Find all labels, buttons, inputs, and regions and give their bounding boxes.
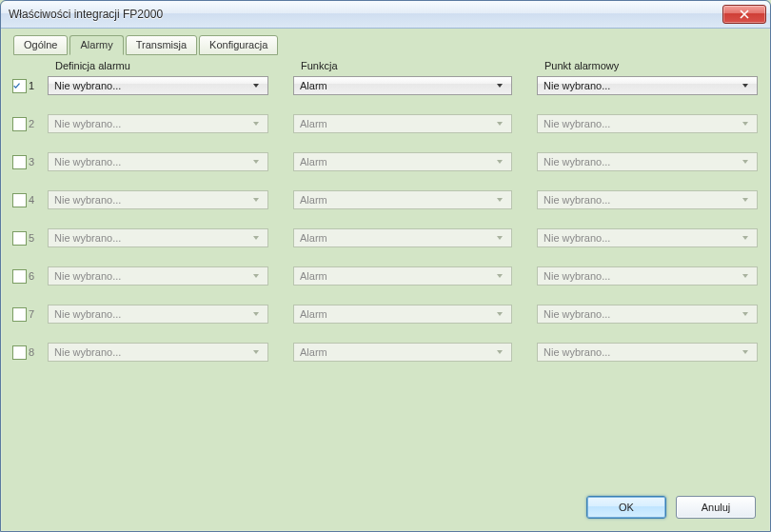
chevron-down-icon (248, 348, 264, 356)
chevron-down-icon (248, 234, 264, 242)
function-combo: Alarm (293, 305, 512, 324)
chevron-down-icon (492, 272, 507, 280)
alarm-row: 3Nie wybrano...AlarmNie wybrano... (10, 151, 761, 172)
chevron-down-icon (492, 234, 507, 242)
tab-transmisja[interactable]: Transmisja (126, 35, 197, 55)
definition-combo-value: Nie wybrano... (54, 308, 248, 320)
row-checkbox[interactable] (12, 231, 27, 246)
header-function: Funkcja (301, 60, 544, 71)
column-headers: Definicja alarmu Funkcja Punkt alarmowy (10, 60, 761, 71)
chevron-down-icon (248, 196, 264, 204)
chevron-down-icon (738, 158, 753, 166)
row-index: 3 (29, 156, 42, 167)
function-combo-value: Alarm (300, 156, 492, 167)
row-checkbox[interactable] (12, 117, 27, 131)
alarm-row: 6Nie wybrano...AlarmNie wybrano... (10, 266, 761, 286)
tab-konfiguracja[interactable]: Konfiguracja (199, 35, 278, 55)
point-combo-value: Nie wybrano... (544, 346, 738, 358)
chevron-down-icon (248, 120, 264, 128)
point-combo-value: Nie wybrano... (544, 156, 738, 167)
chevron-down-icon (248, 272, 264, 280)
cancel-button[interactable]: Anuluj (676, 496, 756, 519)
chevron-down-icon (738, 196, 753, 204)
point-combo: Nie wybrano... (537, 305, 758, 324)
row-checkbox[interactable] (12, 345, 27, 360)
row-index: 2 (29, 118, 42, 129)
chevron-down-icon (738, 234, 753, 242)
alarm-row: 8Nie wybrano...AlarmNie wybrano... (10, 342, 761, 363)
point-combo-value: Nie wybrano... (544, 232, 738, 244)
tab-ogólne[interactable]: Ogólne (13, 35, 68, 55)
definition-combo-value: Nie wybrano... (54, 194, 248, 206)
checkbox-cell (10, 155, 29, 169)
chevron-down-icon (492, 158, 507, 166)
chevron-down-icon (492, 120, 507, 128)
checkbox-cell (10, 269, 29, 284)
title-bar: Właściwości integracji FP2000 (1, 1, 770, 29)
chevron-down-icon (248, 158, 264, 166)
function-combo-value: Alarm (300, 118, 492, 129)
point-combo[interactable]: Nie wybrano... (537, 76, 758, 95)
point-combo: Nie wybrano... (537, 114, 758, 133)
row-index: 1 (29, 80, 42, 91)
function-combo: Alarm (293, 343, 512, 362)
row-checkbox[interactable] (12, 307, 27, 322)
client-area: OgólneAlarmyTransmisjaKonfiguracja Defin… (2, 29, 769, 530)
function-combo: Alarm (293, 152, 512, 171)
function-combo-value: Alarm (300, 346, 492, 358)
chevron-down-icon (248, 310, 264, 318)
row-index: 8 (29, 346, 42, 358)
ok-button[interactable]: OK (586, 496, 666, 519)
definition-combo-value: Nie wybrano... (54, 118, 248, 129)
checkbox-cell (10, 193, 29, 207)
chevron-down-icon (738, 310, 753, 318)
definition-combo-value: Nie wybrano... (54, 270, 248, 282)
definition-combo-value: Nie wybrano... (54, 80, 248, 91)
definition-combo: Nie wybrano... (48, 266, 268, 286)
function-combo-value: Alarm (300, 232, 492, 244)
point-combo: Nie wybrano... (537, 152, 758, 171)
row-index: 4 (29, 194, 42, 206)
row-checkbox[interactable] (12, 193, 27, 207)
dialog-buttons: OK Anuluj (586, 496, 756, 519)
row-index: 7 (29, 308, 42, 320)
function-combo-value: Alarm (300, 270, 492, 282)
close-icon (740, 10, 749, 19)
point-combo: Nie wybrano... (537, 228, 758, 247)
function-combo-value: Alarm (300, 194, 492, 206)
function-combo: Alarm (293, 266, 512, 286)
definition-combo: Nie wybrano... (48, 152, 268, 171)
row-checkbox[interactable] (12, 155, 27, 169)
point-combo: Nie wybrano... (537, 343, 758, 362)
chevron-down-icon (738, 82, 753, 89)
checkbox-cell (10, 117, 29, 131)
definition-combo-value: Nie wybrano... (54, 156, 248, 167)
row-index: 5 (29, 232, 42, 244)
row-checkbox[interactable] (12, 79, 27, 93)
close-button[interactable] (722, 5, 766, 24)
cancel-button-label: Anuluj (702, 502, 731, 513)
alarm-row: 1Nie wybrano...AlarmNie wybrano... (10, 75, 761, 96)
chevron-down-icon (738, 120, 753, 128)
alarm-row: 4Nie wybrano...AlarmNie wybrano... (10, 189, 761, 210)
function-combo: Alarm (293, 190, 512, 209)
definition-combo: Nie wybrano... (48, 114, 268, 133)
header-point: Punkt alarmowy (544, 60, 761, 71)
definition-combo-value: Nie wybrano... (54, 346, 248, 358)
point-combo-value: Nie wybrano... (544, 270, 738, 282)
point-combo: Nie wybrano... (537, 266, 758, 286)
definition-combo[interactable]: Nie wybrano... (48, 76, 268, 95)
tab-alarmy[interactable]: Alarmy (69, 35, 123, 55)
chevron-down-icon (738, 348, 753, 356)
function-combo[interactable]: Alarm (293, 76, 512, 95)
chevron-down-icon (738, 272, 753, 280)
dialog-window: Właściwości integracji FP2000 OgólneAlar… (0, 0, 771, 532)
row-checkbox[interactable] (12, 269, 27, 284)
point-combo-value: Nie wybrano... (544, 118, 738, 129)
checkbox-cell (10, 79, 29, 93)
definition-combo: Nie wybrano... (48, 343, 268, 362)
chevron-down-icon (492, 82, 507, 89)
chevron-down-icon (492, 196, 507, 204)
alarm-row: 7Nie wybrano...AlarmNie wybrano... (10, 304, 761, 325)
point-combo-value: Nie wybrano... (544, 308, 738, 320)
